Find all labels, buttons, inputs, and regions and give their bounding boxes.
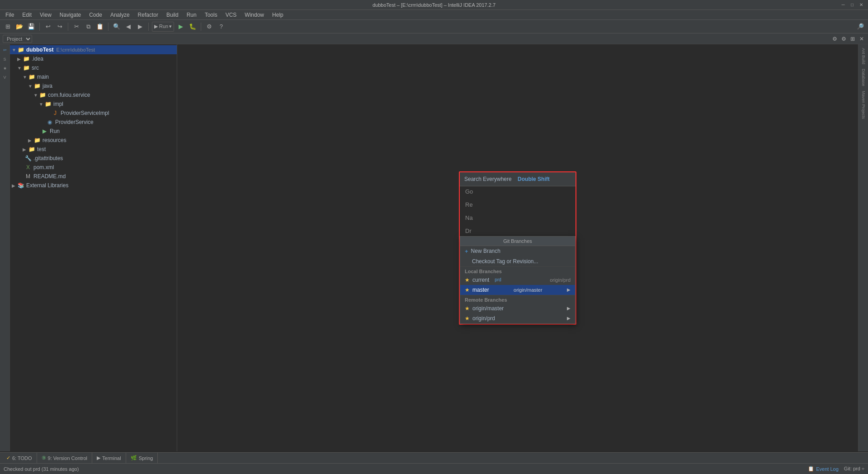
maximize-button[interactable]: □ (849, 2, 855, 8)
git-branches-dropdown: Git Branches + New Branch Checkout Tag o… (460, 236, 576, 324)
sidebar-vcs-icon[interactable]: V (1, 73, 9, 81)
remote-origin-prd[interactable]: ★ origin/prd ▶ (460, 313, 575, 323)
main-arrow: ▼ (23, 75, 28, 80)
tree-test[interactable]: ▶ 📁 test (10, 145, 177, 154)
right-sidebar-maven[interactable]: Maven Projects (859, 89, 868, 121)
toolbar-settings-btn[interactable]: ⚙ (204, 22, 214, 32)
tree-java[interactable]: ▼ 📁 java (10, 81, 177, 90)
toolbar-debug-btn[interactable]: 🐛 (188, 22, 198, 32)
test-arrow: ▶ (23, 147, 28, 152)
remote-origin-master[interactable]: ★ origin/master ▶ (460, 303, 575, 313)
resources-label: resources (42, 137, 66, 143)
git-file-icon: 🔧 (24, 155, 32, 162)
toolbar-sep-5 (201, 23, 201, 31)
branch-current-prd[interactable]: ★ current prd origin/prd (460, 275, 575, 285)
close-button[interactable]: ✕ (858, 2, 864, 8)
toolbar-find-btn[interactable]: 🔍 (112, 22, 122, 32)
sidebar-project-icon[interactable]: 1 (1, 46, 9, 54)
run-icon: ▶ (41, 128, 48, 135)
toolbar-run-btn[interactable]: ▶ (176, 22, 186, 32)
minimize-button[interactable]: ─ (840, 2, 846, 8)
toolbar-copy-btn[interactable]: ⧉ (83, 22, 93, 32)
tree-pkg[interactable]: ▼ 📁 com.fuiou.service (10, 90, 177, 100)
tab-spring[interactable]: 🌿 Spring (126, 453, 158, 464)
toolbar-run-config[interactable]: ▶ Run ▾ (152, 22, 174, 32)
project-sync-icon[interactable]: ⚙ (831, 35, 838, 43)
toolbar-cut-btn[interactable]: ✂ (71, 22, 81, 32)
git-branch-status[interactable]: Git: prd ÷ (844, 466, 864, 472)
right-sidebar-antbuild[interactable]: Ant Build (859, 46, 868, 66)
right-sidebar-database[interactable]: Database (859, 67, 868, 88)
toolbar-help-btn[interactable]: ? (216, 22, 226, 32)
tree-src[interactable]: ▼ 📁 src (10, 63, 177, 72)
tree-provider[interactable]: ◉ ProviderService (10, 118, 177, 127)
new-branch-item[interactable]: + New Branch (460, 246, 575, 256)
menu-run[interactable]: Run (183, 11, 200, 19)
tree-pomxml[interactable]: X pom.xml (10, 163, 177, 172)
menu-build[interactable]: Build (163, 11, 182, 19)
left-sidebar: 1 S ★ V (0, 44, 10, 451)
java-arrow: ▼ (28, 84, 33, 89)
editor-line-6 (465, 221, 570, 228)
menu-edit[interactable]: Edit (19, 11, 35, 19)
toolbar-open-btn[interactable]: 📂 (14, 22, 24, 32)
toolbar-paste-btn[interactable]: 📋 (95, 22, 105, 32)
tab-vcs-label: 9: Version Control (48, 455, 87, 461)
toolbar-save-btn[interactable]: 💾 (26, 22, 36, 32)
menu-help[interactable]: Help (269, 11, 287, 19)
tree-readme[interactable]: M README.md (10, 172, 177, 181)
tree-run[interactable]: ▶ Run (10, 127, 177, 136)
tab-terminal[interactable]: ▶ Terminal (92, 453, 126, 464)
tab-todo-label: 6: TODO (12, 455, 32, 461)
tree-root[interactable]: ▼ 📁 dubboTest E:\crm\dubboTest (10, 45, 177, 54)
toolbar-back-btn[interactable]: ◀ (123, 22, 133, 32)
src-arrow: ▼ (17, 66, 23, 71)
tab-todo[interactable]: ✓ 6: TODO (2, 453, 37, 464)
tab-vcs[interactable]: ⑨ 9: Version Control (37, 453, 92, 464)
test-label: test (37, 146, 46, 152)
tree-resources[interactable]: ▶ 📁 resources (10, 136, 177, 145)
resources-folder-icon: 📁 (33, 137, 41, 144)
sidebar-structure-icon[interactable]: S (1, 55, 9, 63)
toolbar-sep-1 (39, 23, 40, 31)
resources-arrow: ▶ (28, 138, 33, 143)
tree-extlibs[interactable]: ▶ 📚 External Libraries (10, 181, 177, 190)
branch-current-badge: prd (495, 277, 501, 282)
checkout-tag-label: Checkout Tag or Revision... (465, 258, 538, 265)
menu-refactor[interactable]: Refactor (134, 11, 162, 19)
branch-current-label: current (472, 277, 489, 283)
tree-idea[interactable]: ▶ 📁 .idea (10, 54, 177, 63)
toolbar-undo-btn[interactable]: ↩ (43, 22, 53, 32)
event-log-btn[interactable]: 📋 Event Log (808, 466, 839, 472)
remote-branches-section: Remote Branches (460, 295, 575, 303)
menu-vcs[interactable]: VCS (222, 11, 241, 19)
tree-gitattributes[interactable]: 🔧 .gitattributes (10, 154, 177, 163)
project-view-selector[interactable]: Project (3, 35, 32, 43)
current-star-icon: ★ (465, 277, 470, 283)
project-gear-icon[interactable]: ⚙ (840, 35, 847, 43)
run-config-label: ▶ Run (154, 24, 168, 29)
branch-master[interactable]: ★ master origin/master ▶ (460, 285, 575, 295)
menu-tools[interactable]: Tools (201, 11, 221, 19)
toolbar-forward-btn[interactable]: ▶ (135, 22, 145, 32)
status-bar: Checked out prd (31 minutes ago) 📋 Event… (0, 463, 868, 474)
menu-window[interactable]: Window (241, 11, 268, 19)
toolbar-redo-btn[interactable]: ↪ (55, 22, 65, 32)
project-close-icon[interactable]: ✕ (858, 35, 865, 43)
menu-analyze[interactable]: Analyze (107, 11, 133, 19)
tree-providerimpl[interactable]: J ProviderServiceImpl (10, 109, 177, 118)
sidebar-favorites-icon[interactable]: ★ (1, 64, 9, 72)
checkout-tag-item[interactable]: Checkout Tag or Revision... (460, 256, 575, 266)
tree-impl[interactable]: ▼ 📁 impl (10, 100, 177, 109)
event-log-label: Event Log (816, 466, 839, 472)
toolbar-search-all[interactable]: 🔎 (855, 22, 865, 32)
menu-code[interactable]: Code (85, 11, 106, 19)
menu-file[interactable]: File (2, 11, 18, 19)
toolbar: ⊞ 📂 💾 ↩ ↪ ✂ ⧉ 📋 🔍 ◀ ▶ ▶ Run ▾ ▶ 🐛 ⚙ ? 🔎 (0, 20, 868, 33)
tree-main[interactable]: ▼ 📁 main (10, 72, 177, 81)
menu-view[interactable]: View (36, 11, 55, 19)
toolbar-project-btn[interactable]: ⊞ (3, 22, 13, 32)
main-label: main (37, 74, 49, 80)
project-layout-icon[interactable]: ⊞ (849, 35, 856, 43)
menu-navigate[interactable]: Navigate (56, 11, 85, 19)
